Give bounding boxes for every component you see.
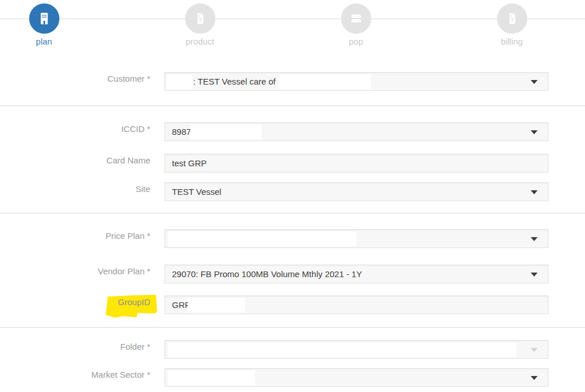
redaction-block — [166, 74, 193, 89]
section-divider — [0, 105, 585, 106]
section-divider — [0, 213, 585, 214]
card-name-label: Card Name — [0, 155, 150, 165]
iccid-value: 8987 — [172, 123, 191, 141]
chevron-down-icon — [531, 273, 538, 277]
step-product[interactable]: $ product — [160, 3, 240, 46]
chevron-down-icon — [531, 348, 538, 352]
step-plan[interactable]: plan — [4, 3, 84, 46]
building-icon — [29, 3, 59, 34]
customer-value: : TEST Vessel care of — [193, 73, 276, 90]
invoice-icon: $ — [185, 3, 215, 34]
section-divider — [0, 327, 585, 328]
group-id-input[interactable]: GRP: — [165, 295, 548, 314]
card-name-value: test GRP — [172, 154, 207, 172]
chevron-down-icon — [531, 376, 538, 380]
price-plan-select[interactable] — [165, 229, 548, 248]
vendor-plan-value: 29070: FB Promo 100MB Volume Mthly 2021 … — [172, 265, 362, 283]
site-value: TEST Vessel — [172, 183, 221, 201]
invoice-icon: $ — [497, 3, 527, 34]
group-id-label: GroupID — [0, 297, 150, 307]
iccid-label: ICCID * — [0, 124, 150, 134]
customer-select[interactable]: : TEST Vessel care of — [165, 72, 548, 91]
customer-label: Customer * — [0, 74, 150, 83]
site-label: Site — [0, 184, 150, 194]
svg-text:$: $ — [511, 17, 514, 22]
step-pop-label: pop — [316, 37, 396, 46]
redaction-block — [188, 298, 245, 313]
redaction-block — [279, 74, 371, 89]
step-pop[interactable]: pop — [316, 3, 396, 46]
chevron-down-icon — [531, 130, 538, 134]
card-name-input[interactable]: test GRP — [165, 154, 548, 173]
chevron-down-icon — [531, 190, 538, 194]
vendor-plan-select[interactable]: 29070: FB Promo 100MB Volume Mthly 2021 … — [165, 265, 548, 283]
chevron-down-icon — [531, 237, 538, 241]
step-plan-label: plan — [4, 37, 84, 46]
new-plan-wizard-page: plan $ product — [0, 0, 585, 392]
folder-select[interactable] — [165, 340, 548, 359]
iccid-select[interactable]: 8987 — [165, 122, 548, 141]
folder-label: Folder * — [0, 342, 150, 351]
market-sector-label: Market Sector * — [0, 370, 150, 379]
step-product-label: product — [160, 37, 240, 46]
step-billing[interactable]: $ billing — [472, 3, 552, 46]
redaction-block — [190, 125, 262, 139]
site-select[interactable]: TEST Vessel — [165, 182, 548, 201]
server-icon — [341, 3, 371, 34]
svg-text:$: $ — [199, 17, 202, 22]
market-sector-select[interactable] — [165, 368, 548, 387]
redaction-block — [168, 231, 356, 246]
price-plan-label: Price Plan * — [0, 231, 150, 241]
vendor-plan-label: Vendor Plan * — [0, 266, 150, 276]
redaction-block — [168, 342, 516, 357]
step-billing-label: billing — [472, 37, 552, 46]
chevron-down-icon — [531, 80, 538, 84]
redaction-block — [168, 370, 255, 385]
